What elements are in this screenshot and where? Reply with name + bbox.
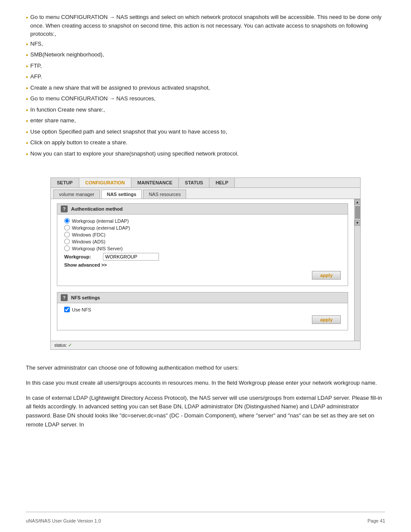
bullet-line: •In function Create new share:, xyxy=(26,106,385,115)
auth-apply-button[interactable]: apply xyxy=(312,271,341,280)
bullet-text: AFP. xyxy=(30,72,42,82)
bullet-section-top: •Go to menu CONFIGURATION → NAS settings… xyxy=(26,13,385,160)
bullet-dot: • xyxy=(26,84,28,93)
footer-left: uNAS/tNAS User Guide Version 1.0 xyxy=(26,518,101,523)
auth-radio-4[interactable] xyxy=(64,246,70,251)
nav-tab-configuration[interactable]: CONFIGURATION xyxy=(79,178,131,187)
bullet-text: Create a new share that will be assigned… xyxy=(30,84,210,93)
page: •Go to menu CONFIGURATION → NAS settings… xyxy=(0,0,411,532)
scrollbar-up-arrow[interactable]: ▲ xyxy=(355,199,361,205)
nav-tab-maintenance[interactable]: MAINTENANCE xyxy=(131,178,179,187)
status-bar: status: ✓ xyxy=(51,341,360,349)
sub-tab-nas-resources[interactable]: NAS resources xyxy=(143,190,186,199)
footer-right: Page 41 xyxy=(367,518,385,523)
auth-section-title: Authentication method xyxy=(71,206,123,212)
bullet-line: •Click on apply button to create a share… xyxy=(26,138,385,148)
status-check-icon: ✓ xyxy=(68,342,72,348)
nfs-help-icon[interactable]: ? xyxy=(61,294,68,301)
use-nfs-checkbox[interactable] xyxy=(64,307,70,312)
bullet-dot: • xyxy=(26,50,28,60)
panel-content: ? Authentication method Workgroup (inter… xyxy=(51,199,360,341)
auth-section: ? Authentication method Workgroup (inter… xyxy=(57,203,348,286)
bullet-text: enter share name, xyxy=(30,116,76,126)
scrollbar-thumb[interactable] xyxy=(355,206,360,219)
sub-tab-nas-settings[interactable]: NAS settings xyxy=(101,190,142,199)
bullet-dot: • xyxy=(26,138,28,148)
bullet-dot: • xyxy=(26,94,28,104)
use-nfs-row: Use NFS xyxy=(64,307,341,312)
bullet-line: •enter share name, xyxy=(26,116,385,126)
bullet-text: Use option Specified path and select sna… xyxy=(30,128,227,137)
bullet-line: •SMB(Network neighborhood), xyxy=(26,50,385,60)
workgroup-input[interactable] xyxy=(103,253,159,261)
sub-tab-volume-manager[interactable]: volume manager xyxy=(53,190,100,199)
nfs-section-header: ? NFS settings xyxy=(57,292,348,303)
auth-option-label-3: Windows (ADS) xyxy=(72,239,106,244)
nfs-apply-row: apply xyxy=(64,314,341,327)
nav-tab-status[interactable]: STATUS xyxy=(179,178,209,187)
bullet-text: SMB(Network neighborhood), xyxy=(30,50,104,60)
bullet-line: •AFP. xyxy=(26,72,385,82)
auth-option-row-1: Workgroup (external LDAP) xyxy=(64,225,341,230)
bullet-text: Click on apply button to create a share. xyxy=(30,138,127,148)
auth-option-row-3: Windows (ADS) xyxy=(64,239,341,244)
auth-option-row-0: Workgroup (internal LDAP) xyxy=(64,218,341,224)
bullet-line: •Go to menu CONFIGURATION → NAS settings… xyxy=(26,13,385,38)
footer: uNAS/tNAS User Guide Version 1.0 Page 41 xyxy=(26,512,385,523)
status-label: status: xyxy=(54,343,67,348)
bullet-text: FTP, xyxy=(30,62,42,72)
panel-scrollbar: ▲ ▼ xyxy=(354,199,360,341)
bullet-line: •Use option Specified path and select sn… xyxy=(26,128,385,137)
bullet-text: In function Create new share:, xyxy=(30,106,105,115)
use-nfs-label: Use NFS xyxy=(72,307,91,312)
auth-help-icon[interactable]: ? xyxy=(61,205,68,212)
bottom-text: The server administrator can choose one … xyxy=(26,364,385,436)
auth-option-label-1: Workgroup (external LDAP) xyxy=(72,225,130,230)
auth-option-row-2: Windows (FDC) xyxy=(64,232,341,237)
bullet-text: Go to menu CONFIGURATION → NAS settings … xyxy=(30,13,385,38)
auth-section-body: Workgroup (internal LDAP)Workgroup (exte… xyxy=(57,215,348,286)
auth-option-row-4: Workgroup (NIS Server) xyxy=(64,246,341,251)
workgroup-label: Workgroup: xyxy=(64,254,103,259)
bottom-para-1: In this case you must create all users/g… xyxy=(26,379,385,388)
bullet-text: NFS, xyxy=(30,40,43,50)
auth-radio-3[interactable] xyxy=(64,239,70,244)
auth-option-label-4: Workgroup (NIS Server) xyxy=(72,246,123,251)
bottom-para-2: In case of external LDAP (Lightweight Di… xyxy=(26,394,385,429)
bullet-line: •FTP, xyxy=(26,62,385,72)
screenshot-panel: SETUPCONFIGURATIONMAINTENANCESTATUSHELP … xyxy=(50,177,361,350)
bullet-dot: • xyxy=(26,106,28,115)
bullet-dot: • xyxy=(26,149,28,159)
nav-tab-setup[interactable]: SETUP xyxy=(51,178,79,187)
show-advanced-link[interactable]: Show advanced >> xyxy=(64,262,341,268)
bullet-dot: • xyxy=(26,62,28,72)
nfs-section-body: Use NFS apply xyxy=(57,303,348,330)
auth-radio-1[interactable] xyxy=(64,225,70,230)
auth-section-header: ? Authentication method xyxy=(57,204,348,215)
bullet-line: •Create a new share that will be assigne… xyxy=(26,84,385,93)
auth-apply-row: apply xyxy=(64,269,341,282)
workgroup-field-row: Workgroup: xyxy=(64,253,341,261)
bullet-line: •Go to menu CONFIGURATION → NAS resource… xyxy=(26,94,385,104)
bullet-text: Now you can start to explore your share(… xyxy=(30,149,238,159)
nav-bar: SETUPCONFIGURATIONMAINTENANCESTATUSHELP xyxy=(51,178,360,188)
nfs-apply-button[interactable]: apply xyxy=(312,315,341,324)
nav-tab-help[interactable]: HELP xyxy=(209,178,234,187)
bullet-line: •Now you can start to explore your share… xyxy=(26,149,385,159)
bullet-line: •NFS, xyxy=(26,40,385,50)
panel-main: ? Authentication method Workgroup (inter… xyxy=(51,199,354,341)
bullet-dot: • xyxy=(26,40,28,50)
auth-option-label-2: Windows (FDC) xyxy=(72,232,106,237)
bullet-dot: • xyxy=(26,128,28,137)
auth-radio-2[interactable] xyxy=(64,232,70,237)
bullet-text: Go to menu CONFIGURATION → NAS resources… xyxy=(30,94,156,104)
auth-radio-0[interactable] xyxy=(64,218,70,224)
nfs-section-title: NFS settings xyxy=(71,295,100,300)
bullet-dot: • xyxy=(26,72,28,82)
bullet-dot: • xyxy=(26,13,28,38)
auth-option-label-0: Workgroup (internal LDAP) xyxy=(72,218,129,224)
scrollbar-down-arrow[interactable]: ▼ xyxy=(355,220,361,226)
bullet-dot: • xyxy=(26,116,28,126)
bottom-para-0: The server administrator can choose one … xyxy=(26,364,385,373)
nfs-section: ? NFS settings Use NFS apply xyxy=(57,292,348,330)
